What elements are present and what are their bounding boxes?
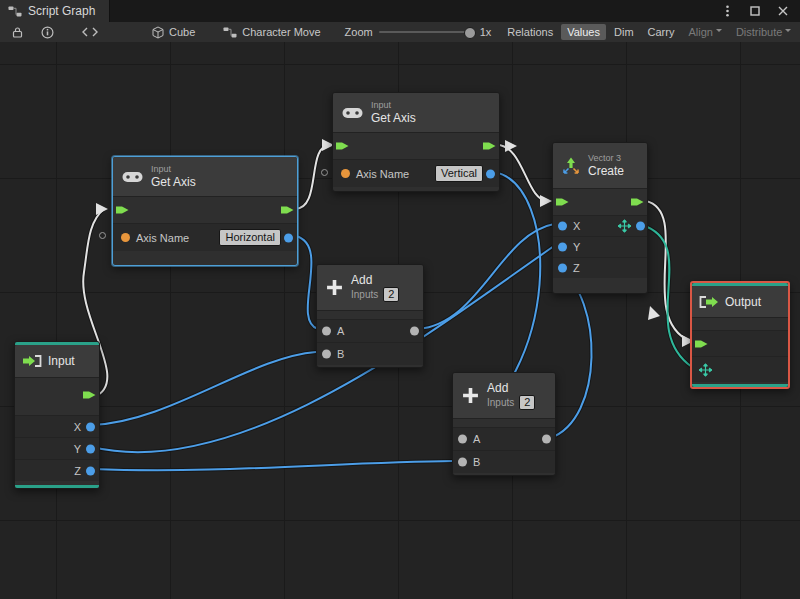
result-port[interactable]: [284, 233, 293, 242]
z-output-port[interactable]: [86, 466, 95, 475]
port-row-b: B: [453, 450, 555, 473]
menu-kebab-icon[interactable]: [720, 4, 734, 18]
node-title: Input: [48, 354, 75, 368]
sum-output-port[interactable]: [410, 327, 419, 336]
dim-toggle[interactable]: Dim: [608, 24, 640, 40]
flow-in-port[interactable]: [116, 205, 129, 216]
wire-flow-horizontal-to-vertical[interactable]: [295, 145, 330, 209]
zoom-label: Zoom: [345, 26, 373, 38]
input-a-port[interactable]: [322, 327, 331, 336]
carry-toggle[interactable]: Carry: [642, 24, 681, 40]
code-view-button[interactable]: [78, 26, 102, 38]
breadcrumb-graph-label: Character Move: [242, 26, 320, 38]
axis-name-row: Axis Name Horizontal: [113, 223, 297, 251]
node-title: Add: [351, 273, 399, 287]
y-output-port[interactable]: [86, 444, 95, 453]
node-title: Get Axis: [371, 111, 416, 125]
node-header: Input Get Axis: [113, 157, 297, 197]
input-b-port[interactable]: [322, 350, 331, 359]
axis-name-row: Axis Name Vertical: [333, 159, 499, 187]
node-add-1[interactable]: Add Inputs 2 A B: [316, 264, 424, 368]
node-graph-input[interactable]: Input X Y Z: [14, 341, 100, 489]
flow-in-port[interactable]: [336, 141, 349, 152]
relations-toggle[interactable]: Relations: [501, 24, 559, 40]
inputs-label: Inputs: [487, 397, 514, 408]
tab-script-graph[interactable]: Script Graph: [0, 0, 110, 22]
node-title: Output: [725, 295, 761, 309]
axis-name-label: Axis Name: [356, 168, 409, 180]
axis-name-field[interactable]: Vertical: [435, 165, 483, 182]
wire-flow-vector3-to-output[interactable]: [646, 201, 690, 341]
io-accent-strip: [692, 283, 788, 286]
port-row-b: B: [317, 342, 423, 365]
flow-out-port[interactable]: [631, 197, 644, 208]
breadcrumb-graph[interactable]: Character Move: [223, 26, 320, 38]
wire-flow-vertical-to-vector3[interactable]: [497, 145, 548, 201]
wire-input-x-to-add1-b[interactable]: [92, 352, 316, 425]
z-input-port[interactable]: [558, 264, 567, 273]
node-title: Get Axis: [151, 175, 196, 189]
window-controls: [720, 0, 800, 22]
add-icon: [326, 279, 343, 296]
node-graph-output[interactable]: Output: [690, 281, 790, 389]
lock-button[interactable]: [8, 25, 27, 39]
flow-out-port[interactable]: [281, 205, 294, 216]
flow-in-port[interactable]: [695, 338, 708, 349]
close-icon[interactable]: [776, 4, 790, 18]
x-input-port[interactable]: [558, 222, 567, 231]
flow-row: [692, 330, 788, 356]
add-icon: [462, 387, 479, 404]
node-add-2[interactable]: Add Inputs 2 A B: [452, 372, 556, 476]
node-header: Add Inputs 2: [453, 373, 555, 419]
wire-add1-result-to-vector3-x[interactable]: [418, 224, 554, 329]
cube-icon: [152, 26, 164, 39]
wire-vector3-result-to-output[interactable]: [642, 225, 692, 367]
sum-output-port[interactable]: [542, 435, 551, 444]
result-port[interactable]: [486, 169, 495, 178]
y-input-port[interactable]: [558, 243, 567, 252]
flow-out-port[interactable]: [83, 390, 96, 401]
flow-in-port[interactable]: [556, 197, 569, 208]
flow-row: [113, 197, 297, 223]
breadcrumb-target[interactable]: Cube: [152, 26, 195, 39]
io-accent-strip: [692, 384, 788, 387]
unity-script-graph-window: Script Graph Cube: [0, 0, 800, 599]
chevron-down-icon: [785, 29, 791, 35]
input-a-port[interactable]: [458, 435, 467, 444]
inputs-count-field[interactable]: 2: [383, 287, 399, 302]
graph-output-icon: [699, 296, 719, 308]
axis-name-label: Axis Name: [136, 232, 189, 244]
vector3-output-port[interactable]: [636, 222, 645, 231]
zoom-slider[interactable]: [379, 31, 474, 33]
graph-canvas[interactable]: Input Get Axis Axis Name Vertical: [0, 42, 800, 599]
gamepad-icon: [342, 107, 363, 119]
axis-name-port[interactable]: [341, 169, 350, 178]
flow-out-port[interactable]: [483, 141, 496, 152]
distribute-dropdown[interactable]: Distribute: [730, 24, 797, 40]
graph-toolbar: Cube Character Move Zoom 1x Relations Va…: [0, 22, 800, 43]
info-button[interactable]: [37, 25, 58, 40]
values-toggle[interactable]: Values: [561, 24, 606, 40]
maximize-icon[interactable]: [748, 4, 762, 18]
io-accent-strip: [15, 485, 99, 488]
inputs-count-field[interactable]: 2: [519, 395, 535, 410]
align-dropdown[interactable]: Align: [682, 24, 727, 40]
node-title: Add: [487, 381, 535, 395]
wire-horizontal-result-to-add1-a[interactable]: [296, 236, 318, 329]
wire-input-z-to-add2-b[interactable]: [92, 461, 454, 470]
flow-row: [553, 189, 647, 215]
vector3-input-port[interactable]: [699, 363, 712, 376]
axis-name-port[interactable]: [121, 233, 130, 242]
port-row-z: Z: [553, 257, 647, 278]
vector3-type-icon: [618, 220, 631, 233]
node-get-axis-vertical[interactable]: Input Get Axis Axis Name Vertical: [332, 92, 500, 192]
axis-name-field[interactable]: Horizontal: [219, 229, 281, 246]
zoom-slider-handle[interactable]: [464, 27, 476, 39]
port-row-z: Z: [15, 459, 99, 481]
node-vector3-create[interactable]: Vector 3 Create X: [552, 142, 648, 294]
node-header: Output: [692, 286, 788, 318]
node-get-axis-horizontal[interactable]: Input Get Axis Axis Name Horizontal: [112, 156, 298, 266]
input-b-port[interactable]: [458, 458, 467, 467]
node-header: Vector 3 Create: [553, 143, 647, 189]
x-output-port[interactable]: [86, 422, 95, 431]
